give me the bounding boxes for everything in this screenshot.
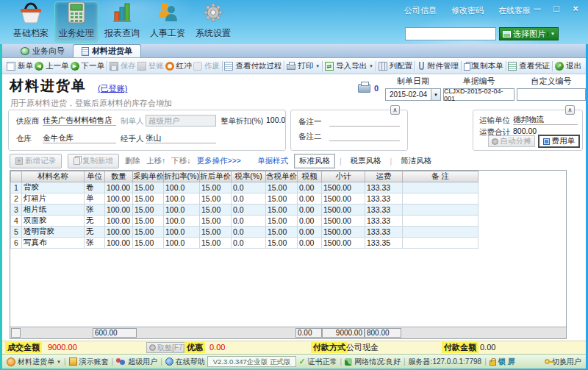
cell[interactable]: 单 [85,193,105,204]
posted-status-link[interactable]: (已登账) [98,83,127,94]
more-actions-link[interactable]: 更多操作>>> [197,156,241,166]
chevron-down-icon[interactable]: ▼ [431,89,440,100]
cell[interactable]: 100.00 [105,227,133,238]
cell[interactable]: 0.00 [298,182,322,193]
move-up-button[interactable]: 上移↑ [146,156,165,166]
cell[interactable]: 15.00 [133,193,164,204]
row-number[interactable]: 6 [11,238,22,249]
auto-split-button[interactable]: 自动分摊 [488,135,535,147]
discount-field[interactable]: 100.0 [266,115,285,126]
cell[interactable] [403,238,478,249]
cell[interactable]: 15.00 [266,182,298,193]
row-number[interactable]: 2 [11,193,22,204]
cell[interactable]: 15.00 [200,227,232,238]
cell[interactable]: 15.00 [266,238,298,249]
maximize-button[interactable]: □ [551,3,562,14]
doc-date-select[interactable]: 2015-02-04 ▼ [385,88,441,101]
post-account-button[interactable]: 登账 [137,59,165,74]
red-flush-button[interactable]: 红冲 [165,59,193,74]
cell[interactable]: 15.00 [133,204,164,216]
next-doc-button[interactable]: ▶下一单 [70,59,106,74]
cell[interactable]: 0.00 [298,216,322,227]
delete-row-button[interactable]: 删除 [125,156,140,166]
status-doc-switcher[interactable]: 材料进货单 ▼ [7,357,61,367]
close-button[interactable]: × [570,3,581,14]
cell[interactable]: 张 [85,204,105,216]
fee-doc-button[interactable]: 费用单 [538,135,581,148]
cell[interactable]: 15.00 [266,227,298,238]
cell[interactable]: 15.00 [266,204,298,216]
cell[interactable]: 0.0 [232,238,266,249]
handler-field[interactable]: 张山 [146,132,216,143]
cell[interactable]: 100.00 [105,193,133,204]
cell[interactable]: 100.0 [164,238,200,249]
tab-business-wizard[interactable]: 业务向导 [12,44,73,57]
cell[interactable]: 1500.00 [322,238,365,249]
cell[interactable]: 15.00 [200,216,232,227]
remark1-field[interactable] [329,115,400,127]
print-button[interactable]: 打印▼ [286,59,320,74]
cell[interactable] [403,204,478,216]
cell[interactable]: 相片纸 [22,204,85,216]
carrier-field[interactable]: 德邦物流 [513,114,578,125]
nav-item-gear[interactable]: 系统设置 [191,1,235,43]
cell[interactable]: 1500.00 [322,216,365,227]
choose-image-button[interactable]: 选择图片 ▼ [499,27,559,40]
cell[interactable]: 15.00 [133,238,164,249]
cell[interactable]: 15.00 [133,227,164,238]
row-number[interactable]: 4 [11,216,22,227]
collapse-icon[interactable]: ∧ [390,105,400,115]
view-voucher-button[interactable]: 查看凭证 [507,59,551,74]
cell[interactable]: 0.00 [298,204,322,216]
cell[interactable]: 1500.00 [322,204,365,216]
cell[interactable]: 张 [85,238,105,249]
lock-screen-button[interactable]: 锁 屏 [490,357,515,367]
cell[interactable] [403,182,478,193]
style-tab-2[interactable]: 税票风格 [346,154,386,168]
prev-doc-button[interactable]: ◀上一单 [34,59,70,74]
tab-material-purchase[interactable]: 材料进货单 [73,44,141,57]
cell[interactable]: 无 [85,227,105,238]
change-password-link[interactable]: 修改密码 [451,5,484,16]
cell[interactable]: 15.00 [266,216,298,227]
image-path-input[interactable] [405,27,496,40]
cell[interactable]: 1500.00 [322,193,365,204]
round-button[interactable]: 取整[F7] [146,342,187,353]
cell[interactable]: 0.00 [298,238,322,249]
cell[interactable] [403,193,478,204]
row-number[interactable]: 5 [11,227,22,238]
cell[interactable]: 15.00 [266,193,298,204]
cell[interactable]: 133.33 [365,227,403,238]
cell[interactable]: 15.00 [200,182,232,193]
style-tab-3[interactable]: 简洁风格 [396,154,436,168]
cell[interactable]: 0.00 [298,227,322,238]
cell[interactable]: 背胶 [22,182,85,193]
cell[interactable]: 0.00 [298,193,322,204]
discount-amount-value[interactable]: 0.00 [209,342,225,353]
custom-no-input[interactable] [517,88,586,101]
save-button[interactable]: 保存 [109,59,137,74]
pay-method-value[interactable]: 公司现金 [346,342,379,353]
cell[interactable]: 100.00 [105,216,133,227]
cell[interactable] [403,227,478,238]
cell[interactable]: 100.0 [164,204,200,216]
cell[interactable]: 100.0 [164,193,200,204]
status-online-help[interactable]: 在线帮助 [165,357,205,367]
new-doc-button[interactable]: 新单 [6,59,34,74]
cell[interactable]: 卷 [85,182,105,193]
cell[interactable]: 15.00 [200,204,232,216]
move-down-button[interactable]: 下移↓ [171,156,190,166]
cell[interactable]: 15.00 [133,216,164,227]
import-export-button[interactable]: ⇄导入导出▼ [324,59,374,74]
cell[interactable]: 133.33 [365,193,403,204]
cell[interactable]: 透明背胶 [22,227,85,238]
cell[interactable]: 100.0 [164,216,200,227]
warehouse-field[interactable]: 金牛仓库 [43,132,116,143]
doc-no-input[interactable]: CLJXD-2015-02-04-001 [443,88,514,101]
cell[interactable]: 写真布 [22,238,85,249]
nav-item-calculator[interactable]: 业务处理 [54,1,98,43]
cell[interactable]: 15.00 [200,193,232,204]
cell[interactable]: 1500.00 [322,182,365,193]
cell[interactable]: 无 [85,216,105,227]
copy-add-button[interactable]: 复制新增 [68,154,119,168]
